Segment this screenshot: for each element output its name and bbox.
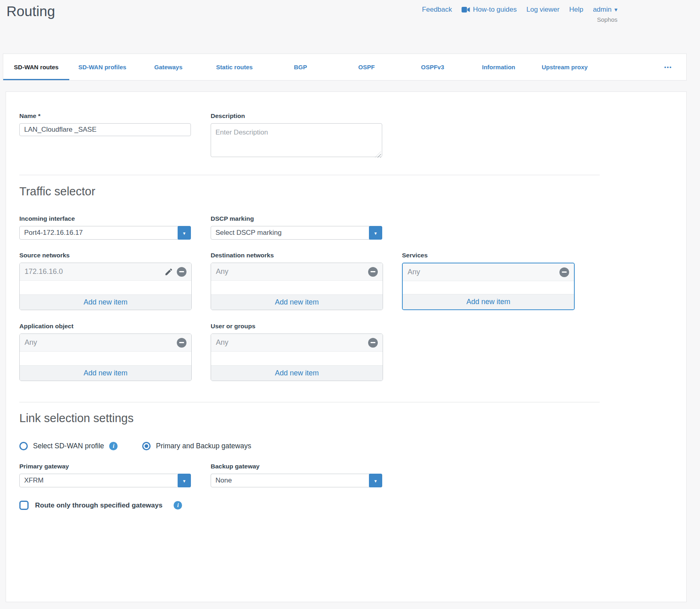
add-new-item-button[interactable]: Add new item (211, 294, 383, 310)
incoming-interface-group: Incoming interface (19, 215, 191, 240)
tab-sdwan-routes[interactable]: SD-WAN routes (3, 54, 69, 80)
divider (19, 402, 600, 402)
admin-menu[interactable]: admin (593, 6, 617, 14)
services-list: Any Add new item (402, 263, 575, 310)
source-networks-label: Source networks (19, 252, 191, 259)
info-icon[interactable] (109, 442, 118, 450)
backup-gateway-label: Backup gateway (211, 463, 382, 470)
list-empty-area (403, 281, 574, 294)
info-icon[interactable] (174, 501, 182, 510)
description-textarea[interactable] (211, 123, 382, 157)
route-only-row: Route only through specified gateways (19, 501, 673, 510)
backup-gateway-value[interactable] (211, 474, 382, 487)
tab-ospf[interactable]: OSPF (333, 54, 400, 80)
incoming-interface-label: Incoming interface (19, 215, 191, 222)
add-new-item-button[interactable]: Add new item (211, 365, 383, 381)
tab-gateways[interactable]: Gateways (135, 54, 201, 80)
dropdown-button[interactable] (369, 226, 382, 240)
radio-option-primary-backup[interactable]: Primary and Backup gateways (142, 442, 251, 450)
backup-gateway-group: Backup gateway (211, 463, 382, 487)
tab-information[interactable]: Information (466, 54, 532, 80)
tab-ospfv3[interactable]: OSPFv3 (400, 54, 466, 80)
primary-gateway-select[interactable] (19, 474, 191, 487)
chevron-down-icon (614, 6, 617, 14)
list-empty-area (20, 352, 191, 365)
edit-icon[interactable] (164, 267, 173, 276)
source-networks-group: Source networks 172.16.16.0 Add new item (19, 252, 191, 310)
add-new-item-button[interactable]: Add new item (20, 365, 191, 381)
chevron-down-icon (374, 477, 378, 484)
list-item[interactable]: 172.16.16.0 (20, 263, 191, 281)
gateway-row: Primary gateway Backup gateway (19, 463, 673, 487)
application-object-label: Application object (19, 323, 191, 330)
backup-gateway-select[interactable] (211, 474, 382, 487)
remove-icon[interactable] (368, 267, 378, 277)
incoming-interface-value[interactable] (19, 226, 191, 240)
dscp-marking-group: DSCP marking (211, 215, 382, 240)
how-to-guides-link[interactable]: How-to guides (462, 6, 517, 14)
tab-bgp[interactable]: BGP (267, 54, 333, 80)
tab-upstream-proxy[interactable]: Upstream proxy (532, 54, 598, 80)
chevron-down-icon (182, 477, 186, 484)
remove-icon[interactable] (368, 338, 378, 348)
link-selection-heading: Link selection settings (19, 412, 673, 425)
application-object-group: Application object Any Add new item (19, 323, 191, 381)
list-empty-area (211, 352, 383, 365)
feedback-link[interactable]: Feedback (422, 6, 452, 14)
primary-gateway-label: Primary gateway (19, 463, 191, 470)
name-field-group: Name * (19, 112, 191, 159)
dropdown-button[interactable] (369, 474, 382, 487)
destination-networks-label: Destination networks (211, 252, 382, 259)
dscp-marking-value[interactable] (211, 226, 382, 240)
link-selection-radios: Select SD-WAN profile Primary and Backup… (19, 442, 673, 450)
user-or-groups-label: User or groups (211, 323, 382, 330)
list-empty-area (20, 281, 191, 294)
page-title: Routing (6, 3, 55, 19)
page-header: Routing Feedback How-to guides Log viewe… (0, 0, 700, 54)
chevron-down-icon (182, 229, 186, 236)
user-or-groups-list: Any Add new item (211, 334, 383, 381)
traffic-selector-heading: Traffic selector (19, 185, 673, 198)
add-new-item-button[interactable]: Add new item (403, 294, 574, 309)
add-new-item-button[interactable]: Add new item (20, 294, 191, 310)
radio-selected-icon[interactable] (142, 442, 151, 450)
radio-unselected-icon[interactable] (19, 442, 28, 450)
primary-gateway-value[interactable] (19, 474, 191, 487)
primary-gateway-group: Primary gateway (19, 463, 191, 487)
list-item[interactable]: Any (20, 334, 191, 352)
divider (19, 175, 600, 175)
dropdown-button[interactable] (178, 474, 191, 487)
radio-option-sdwan-profile[interactable]: Select SD-WAN profile (19, 442, 118, 450)
remove-icon[interactable] (177, 267, 186, 277)
dscp-marking-label: DSCP marking (211, 215, 382, 222)
list-item[interactable]: Any (403, 263, 574, 281)
remove-icon[interactable] (177, 338, 186, 348)
tab-overflow-menu[interactable]: ••• (650, 54, 686, 80)
source-networks-list: 172.16.16.0 Add new item (19, 263, 192, 310)
name-input[interactable] (19, 123, 191, 136)
application-users-row: Application object Any Add new item User… (19, 323, 673, 381)
list-item[interactable]: Any (211, 334, 383, 352)
tab-sdwan-profiles[interactable]: SD-WAN profiles (69, 54, 135, 80)
tab-bar: SD-WAN routes SD-WAN profiles Gateways S… (3, 54, 687, 81)
video-camera-icon (462, 7, 470, 12)
dscp-marking-select[interactable] (211, 226, 382, 240)
networks-row: Source networks 172.16.16.0 Add new item… (19, 252, 673, 310)
services-group: Services Any Add new item (402, 252, 575, 310)
route-only-checkbox[interactable] (19, 501, 29, 510)
destination-networks-list: Any Add new item (211, 263, 383, 310)
header-links: Feedback How-to guides Log viewer Help a… (422, 6, 617, 14)
list-item[interactable]: Any (211, 263, 383, 281)
incoming-interface-select[interactable] (19, 226, 191, 240)
description-label: Description (211, 112, 382, 120)
application-object-list: Any Add new item (19, 334, 192, 381)
tab-static-routes[interactable]: Static routes (201, 54, 267, 80)
dropdown-button[interactable] (178, 226, 191, 240)
name-description-row: Name * Description (19, 92, 673, 159)
log-viewer-link[interactable]: Log viewer (526, 6, 559, 14)
help-link[interactable]: Help (569, 6, 583, 14)
sdwan-route-form: Name * Description Traffic selector Inco… (6, 91, 687, 602)
interface-dscp-row: Incoming interface DSCP marking (19, 215, 673, 240)
remove-icon[interactable] (559, 267, 569, 277)
destination-networks-group: Destination networks Any Add new item (211, 252, 382, 310)
